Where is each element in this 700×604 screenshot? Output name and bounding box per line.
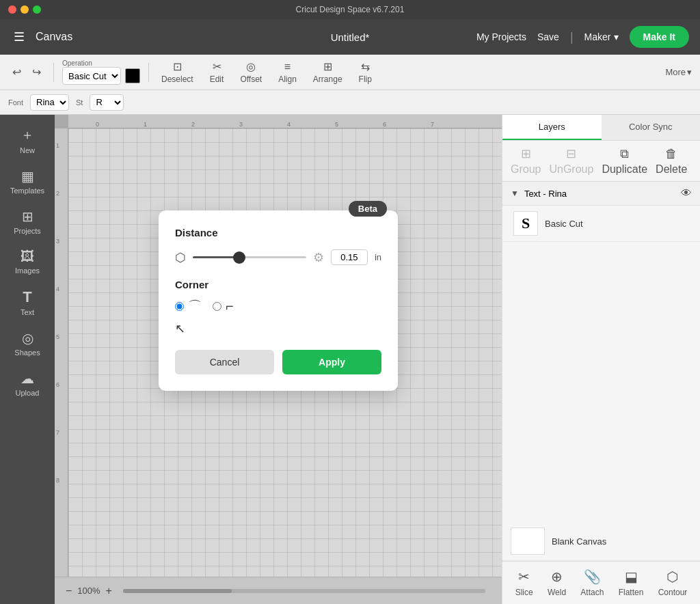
slice-icon: ✂ — [518, 568, 530, 585]
right-panel-tabs: Layers Color Sync — [502, 115, 700, 141]
group-label: Group — [511, 163, 541, 176]
layer-group-arrow-icon: ▼ — [511, 189, 519, 198]
duplicate-icon: ⧉ — [620, 147, 629, 161]
ungroup-label: UnGroup — [549, 163, 593, 176]
corner-label: Corner — [175, 279, 381, 290]
canvas-area[interactable]: 0 1 2 3 4 5 6 7 1 2 3 4 5 6 7 8 — [55, 115, 502, 604]
close-button[interactable] — [8, 5, 16, 14]
group-button[interactable]: ⊞ Group — [511, 146, 541, 176]
more-button[interactable]: More ▾ — [665, 67, 692, 77]
color-swatch[interactable] — [125, 68, 140, 83]
undo-redo-group: ↩ ↪ — [8, 63, 45, 81]
ungroup-icon: ⊟ — [566, 146, 576, 161]
canvas-label: Canvas — [36, 31, 72, 43]
group-icon: ⊞ — [521, 146, 531, 161]
toolbar-separator-2 — [148, 63, 149, 82]
panel-toolbar: ⊞ Group ⊟ UnGroup ⧉ Duplicate 🗑 Delete — [502, 141, 700, 182]
sidebar-item-images[interactable]: 🖼 Images — [4, 243, 51, 280]
tab-layers[interactable]: Layers — [502, 115, 602, 140]
corner-section: Corner ⌒ ⌐ ↖ — [175, 279, 381, 336]
corner-sharp-radio[interactable] — [213, 302, 221, 311]
weld-button[interactable]: ⊕ Weld — [548, 568, 566, 597]
redo-button[interactable]: ↪ — [28, 63, 45, 81]
offset-button[interactable]: ◎ Offset — [236, 59, 266, 85]
flatten-icon: ⬓ — [625, 568, 638, 585]
save-button[interactable]: Save — [537, 31, 559, 42]
sidebar-item-label-projects: Projects — [14, 227, 41, 235]
my-projects-button[interactable]: My Projects — [476, 31, 526, 42]
slider-row: ⬡ ⚙ 0.15 in — [175, 249, 381, 265]
blank-canvas-label: Blank Canvas — [552, 536, 606, 547]
flip-icon: ⇆ — [361, 60, 370, 73]
flatten-button[interactable]: ⬓ Flatten — [619, 568, 644, 597]
sidebar-item-projects[interactable]: ⊞ Projects — [4, 203, 51, 241]
slice-button[interactable]: ✂ Slice — [515, 568, 533, 597]
layer-visibility-icon[interactable]: 👁 — [681, 187, 692, 200]
font-select[interactable]: Rina — [30, 94, 69, 111]
sidebar-item-label-images: Images — [15, 266, 40, 275]
sidebar-item-label-upload: Upload — [16, 389, 40, 397]
sidebar-item-upload[interactable]: ☁ Upload — [4, 365, 51, 402]
operation-group: Operation Basic Cut — [62, 59, 140, 85]
cancel-button[interactable]: Cancel — [175, 350, 274, 374]
align-button[interactable]: ≡ Align — [274, 59, 301, 85]
flip-button[interactable]: ⇆ Flip — [355, 59, 376, 85]
duplicate-button[interactable]: ⧉ Duplicate — [602, 147, 647, 176]
layer-group-header[interactable]: ▼ Text - Rina 👁 — [502, 182, 700, 206]
maker-button[interactable]: Maker ▾ — [584, 31, 619, 42]
contour-button[interactable]: ⬡ Contour — [658, 568, 688, 597]
tab-color-sync[interactable]: Color Sync — [602, 115, 701, 140]
edit-button[interactable]: ✂ Edit — [206, 59, 228, 85]
arrange-icon: ⊞ — [323, 60, 332, 73]
layer-item[interactable]: S Basic Cut — [502, 206, 700, 242]
doc-title: Untitled* — [331, 31, 370, 43]
distance-input[interactable]: 0.15 — [331, 249, 368, 265]
left-sidebar: ＋ New ▦ Templates ⊞ Projects 🖼 Images T … — [0, 115, 55, 604]
style-select[interactable]: R — [90, 94, 124, 111]
attach-button[interactable]: 📎 Attach — [580, 568, 604, 597]
distance-label: Distance — [175, 227, 381, 238]
minimize-button[interactable] — [21, 5, 29, 14]
corner-round-radio[interactable] — [175, 302, 184, 311]
blank-canvas-thumb — [511, 527, 545, 555]
deselect-button[interactable]: ⊡ Deselect — [157, 59, 198, 85]
font-bar: Font Rina St R — [0, 90, 700, 115]
distance-slider[interactable] — [193, 256, 306, 258]
apply-button[interactable]: Apply — [282, 350, 381, 374]
blank-canvas-item: Blank Canvas — [502, 522, 700, 561]
weld-icon: ⊕ — [551, 568, 563, 585]
edit-icon: ✂ — [213, 60, 221, 73]
dialog-overlay: Beta Distance ⬡ ⚙ 0.15 in Corner — [55, 115, 502, 604]
projects-icon: ⊞ — [22, 208, 33, 225]
toolbar-separator — [53, 63, 54, 82]
delete-button[interactable]: 🗑 Delete — [656, 147, 687, 176]
sidebar-item-text[interactable]: T Text — [4, 283, 51, 322]
attach-icon: 📎 — [584, 568, 601, 585]
distance-unit: in — [375, 252, 381, 262]
offset-dialog: Beta Distance ⬡ ⚙ 0.15 in Corner — [159, 210, 398, 391]
right-panel: Layers Color Sync ⊞ Group ⊟ UnGroup ⧉ Du… — [502, 115, 700, 604]
sidebar-item-new[interactable]: ＋ New — [4, 120, 51, 160]
ungroup-button[interactable]: ⊟ UnGroup — [549, 146, 593, 176]
font-label: Font — [8, 98, 23, 107]
nav-bar: ☰ Canvas Untitled* My Projects Save | Ma… — [0, 19, 700, 55]
sidebar-item-label-new: New — [20, 146, 35, 154]
new-icon: ＋ — [21, 126, 34, 144]
operation-select[interactable]: Basic Cut — [62, 67, 121, 85]
text-icon: T — [23, 288, 31, 306]
shapes-icon: ◎ — [22, 330, 33, 346]
arrange-button[interactable]: ⊞ Arrange — [309, 59, 347, 85]
sidebar-item-shapes[interactable]: ◎ Shapes — [4, 325, 51, 362]
hamburger-button[interactable]: ☰ — [11, 27, 27, 47]
delete-label: Delete — [656, 163, 687, 176]
make-it-button[interactable]: Make It — [630, 26, 689, 48]
corner-round-group: ⌒ — [175, 297, 202, 316]
operation-label: Operation — [62, 59, 140, 67]
undo-button[interactable]: ↩ — [8, 63, 25, 81]
sidebar-item-templates[interactable]: ▦ Templates — [4, 163, 51, 200]
fullscreen-button[interactable] — [33, 5, 41, 14]
bottom-actions: ✂ Slice ⊕ Weld 📎 Attach ⬓ Flatten ⬡ Cont… — [502, 561, 700, 604]
sidebar-item-label-shapes: Shapes — [14, 348, 40, 357]
layer-name: Basic Cut — [545, 219, 689, 229]
cursor-indicator: ↖ — [175, 321, 381, 336]
